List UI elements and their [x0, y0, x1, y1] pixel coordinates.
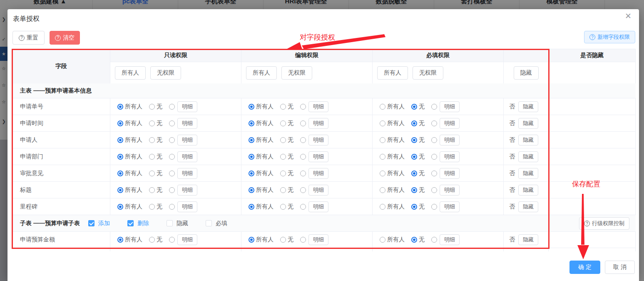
radio-detail[interactable]	[300, 204, 306, 210]
detail-button[interactable]: 明细	[440, 135, 460, 146]
radio-detail[interactable]	[300, 120, 306, 126]
radio-detail[interactable]	[300, 171, 306, 176]
radio-none[interactable]	[149, 154, 155, 160]
close-icon[interactable]: ✕	[625, 12, 632, 20]
hide-button[interactable]: 隐藏	[518, 135, 538, 146]
detail-button[interactable]: 明细	[440, 234, 460, 245]
detail-button[interactable]: 明细	[308, 168, 328, 179]
detail-button[interactable]: 明细	[177, 168, 197, 179]
radio-none[interactable]	[149, 104, 155, 110]
radio-all[interactable]	[249, 237, 254, 243]
radio-detail[interactable]	[300, 104, 306, 110]
detail-button[interactable]: 明细	[308, 118, 328, 129]
radio-detail[interactable]	[169, 171, 175, 176]
radio-none[interactable]	[149, 204, 155, 210]
radio-all[interactable]	[249, 120, 254, 126]
radio-none[interactable]	[280, 104, 286, 110]
detail-button[interactable]: 明细	[440, 185, 460, 196]
detail-button[interactable]: 明细	[440, 168, 460, 179]
detail-button[interactable]: 明细	[177, 201, 197, 212]
radio-none[interactable]	[411, 171, 417, 176]
radio-detail[interactable]	[169, 204, 175, 210]
radio-none[interactable]	[411, 204, 417, 210]
radio-detail[interactable]	[300, 137, 306, 143]
radio-detail[interactable]	[431, 154, 437, 160]
confirm-button[interactable]: 确 定	[569, 261, 600, 274]
detail-button[interactable]: 明细	[440, 201, 460, 212]
read-none-bulk-button[interactable]: 无权限	[150, 66, 181, 80]
detail-button[interactable]: 明细	[308, 201, 328, 212]
edit-all-bulk-button[interactable]: 所有人	[246, 66, 277, 80]
detail-button[interactable]: 明细	[308, 101, 328, 112]
radio-all[interactable]	[117, 204, 123, 210]
radio-all[interactable]	[249, 137, 254, 143]
radio-detail[interactable]	[431, 171, 437, 176]
subtable-checkbox-add[interactable]: 添加	[88, 220, 110, 227]
detail-button[interactable]: 明细	[308, 185, 328, 196]
radio-none[interactable]	[280, 187, 286, 193]
detail-button[interactable]: 明细	[308, 151, 328, 162]
detail-button[interactable]: 明细	[440, 151, 460, 162]
radio-none[interactable]	[280, 137, 286, 143]
radio-none[interactable]	[411, 187, 417, 193]
radio-all[interactable]	[380, 204, 385, 210]
hide-button[interactable]: 隐藏	[518, 234, 538, 245]
subtable-checkbox-hide[interactable]: 隐藏	[167, 220, 188, 227]
reset-button[interactable]: 重置	[12, 31, 45, 45]
radio-all[interactable]	[380, 120, 385, 126]
radio-none[interactable]	[149, 137, 155, 143]
add-field-permission-button[interactable]: 新增字段权限	[584, 31, 635, 43]
subtable-checkbox-delete[interactable]: 删除	[127, 220, 149, 227]
detail-button[interactable]: 明细	[440, 101, 460, 112]
radio-all[interactable]	[249, 171, 254, 176]
radio-all[interactable]	[117, 120, 123, 126]
hide-button[interactable]: 隐藏	[518, 118, 538, 129]
radio-detail[interactable]	[169, 137, 175, 143]
detail-button[interactable]: 明细	[177, 234, 197, 245]
radio-none[interactable]	[149, 237, 155, 243]
detail-button[interactable]: 明细	[308, 135, 328, 146]
radio-detail[interactable]	[300, 237, 306, 243]
detail-button[interactable]: 明细	[308, 234, 328, 245]
radio-all[interactable]	[249, 104, 254, 110]
radio-all[interactable]	[117, 171, 123, 176]
radio-all[interactable]	[380, 171, 385, 176]
radio-none[interactable]	[149, 120, 155, 126]
radio-detail[interactable]	[431, 237, 437, 243]
hide-button[interactable]: 隐藏	[518, 201, 538, 212]
radio-all[interactable]	[380, 137, 385, 143]
row-level-permission-button[interactable]: 行级权限控制	[579, 217, 629, 230]
radio-detail[interactable]	[431, 120, 437, 126]
radio-all[interactable]	[117, 154, 123, 160]
radio-all[interactable]	[249, 187, 254, 193]
radio-all[interactable]	[117, 237, 123, 243]
radio-all[interactable]	[249, 154, 254, 160]
radio-none[interactable]	[411, 237, 417, 243]
detail-button[interactable]: 明细	[177, 135, 197, 146]
radio-detail[interactable]	[300, 154, 306, 160]
radio-all[interactable]	[117, 104, 123, 110]
radio-none[interactable]	[411, 137, 417, 143]
radio-detail[interactable]	[431, 204, 437, 210]
radio-none[interactable]	[411, 154, 417, 160]
detail-button[interactable]: 明细	[177, 101, 197, 112]
radio-detail[interactable]	[169, 237, 175, 243]
radio-detail[interactable]	[431, 104, 437, 110]
read-all-bulk-button[interactable]: 所有人	[115, 66, 146, 80]
detail-button[interactable]: 明细	[177, 185, 197, 196]
radio-detail[interactable]	[169, 154, 175, 160]
required-all-bulk-button[interactable]: 所有人	[377, 66, 408, 80]
required-none-bulk-button[interactable]: 无权限	[413, 66, 443, 80]
detail-button[interactable]: 明细	[440, 118, 460, 129]
radio-none[interactable]	[411, 104, 417, 110]
radio-detail[interactable]	[169, 120, 175, 126]
radio-all[interactable]	[117, 137, 123, 143]
radio-none[interactable]	[280, 204, 286, 210]
hide-button[interactable]: 隐藏	[518, 185, 538, 196]
radio-none[interactable]	[411, 120, 417, 126]
radio-detail[interactable]	[169, 187, 175, 193]
radio-all[interactable]	[380, 237, 385, 243]
radio-all[interactable]	[380, 154, 385, 160]
radio-detail[interactable]	[300, 187, 306, 193]
hide-button[interactable]: 隐藏	[518, 151, 538, 162]
